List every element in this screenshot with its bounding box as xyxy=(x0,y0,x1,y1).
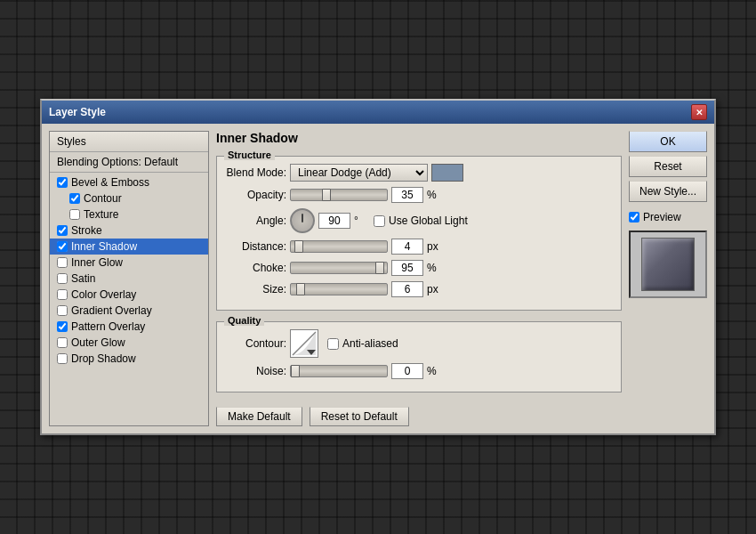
preview-checkbox[interactable] xyxy=(629,212,639,222)
inner-shadow-label: Inner Shadow xyxy=(71,240,137,253)
close-button[interactable]: ✕ xyxy=(691,104,707,120)
anti-alias-label[interactable]: Anti-aliased xyxy=(327,337,398,350)
contour-row: Contour: Anti-aliased xyxy=(224,329,614,358)
opacity-unit: % xyxy=(427,189,443,201)
anti-alias-text: Anti-aliased xyxy=(342,337,398,350)
styles-label: Styles xyxy=(57,135,86,148)
choke-label: Choke: xyxy=(224,262,286,274)
new-style-button[interactable]: New Style... xyxy=(629,181,707,202)
blend-mode-row: Blend Mode: Linear Dodge (Add) xyxy=(224,164,614,182)
stroke-label: Stroke xyxy=(71,224,102,237)
blending-options[interactable]: Blending Options: Default xyxy=(50,152,208,173)
reset-to-default-button[interactable]: Reset to Default xyxy=(310,407,409,426)
sidebar-item-contour[interactable]: Contour xyxy=(50,190,208,206)
bevel-label: Bevel & Emboss xyxy=(71,176,149,189)
noise-label: Noise: xyxy=(224,365,286,377)
sidebar-item-texture[interactable]: Texture xyxy=(50,206,208,222)
gradient-overlay-checkbox[interactable] xyxy=(57,305,68,316)
inner-glow-checkbox[interactable] xyxy=(57,257,68,268)
choke-input[interactable] xyxy=(391,260,423,276)
stroke-checkbox[interactable] xyxy=(57,225,68,236)
size-unit: px xyxy=(427,283,443,295)
opacity-input[interactable] xyxy=(391,187,423,203)
noise-input[interactable] xyxy=(391,363,423,379)
sidebar-item-stroke[interactable]: Stroke xyxy=(50,222,208,239)
distance-unit: px xyxy=(427,240,443,253)
title-bar: Layer Style ✕ xyxy=(42,101,714,124)
angle-dial[interactable] xyxy=(290,208,315,233)
contour-preview[interactable] xyxy=(290,329,318,358)
size-label: Size: xyxy=(224,283,286,295)
pattern-overlay-label: Pattern Overlay xyxy=(71,320,145,333)
noise-slider[interactable] xyxy=(290,365,388,377)
distance-slider[interactable] xyxy=(290,240,388,253)
ok-button[interactable]: OK xyxy=(629,131,707,152)
section-title: Inner Shadow xyxy=(216,131,622,145)
contour-label: Contour: xyxy=(224,337,286,350)
outer-glow-label: Outer Glow xyxy=(71,336,125,349)
texture-checkbox[interactable] xyxy=(69,209,80,220)
satin-checkbox[interactable] xyxy=(57,273,68,284)
blend-mode-select[interactable]: Linear Dodge (Add) xyxy=(290,164,428,182)
layer-style-dialog: Layer Style ✕ Styles Blending Options: D… xyxy=(40,99,716,435)
reset-button[interactable]: Reset xyxy=(629,156,707,177)
anti-alias-checkbox[interactable] xyxy=(327,338,339,350)
sidebar-item-outer-glow[interactable]: Outer Glow xyxy=(50,335,208,351)
sidebar-item-gradient-overlay[interactable]: Gradient Overlay xyxy=(50,303,208,319)
choke-unit: % xyxy=(427,262,443,274)
opacity-row: Opacity: % xyxy=(224,187,614,203)
global-light-checkbox[interactable] xyxy=(374,215,385,227)
preview-text: Preview xyxy=(643,211,681,223)
quality-title: Quality xyxy=(224,315,264,326)
sidebar-item-pattern-overlay[interactable]: Pattern Overlay xyxy=(50,319,208,335)
satin-label: Satin xyxy=(71,272,95,285)
left-panel: Styles Blending Options: Default Bevel &… xyxy=(49,131,209,426)
layer-list: Bevel & Emboss Contour Texture Stroke In… xyxy=(50,173,208,368)
sidebar-item-inner-shadow[interactable]: Inner Shadow xyxy=(50,239,208,255)
main-panel: Inner Shadow Structure Blend Mode: Linea… xyxy=(216,131,622,426)
size-slider[interactable] xyxy=(290,283,388,295)
blend-color-swatch[interactable] xyxy=(431,164,463,182)
dialog-body: Styles Blending Options: Default Bevel &… xyxy=(42,124,714,433)
global-light-text: Use Global Light xyxy=(389,214,468,227)
global-light-label[interactable]: Use Global Light xyxy=(374,214,468,227)
choke-slider[interactable] xyxy=(290,262,388,274)
pattern-overlay-checkbox[interactable] xyxy=(57,321,68,332)
outer-glow-checkbox[interactable] xyxy=(57,337,68,348)
angle-label: Angle: xyxy=(224,214,286,227)
contour-label: Contour xyxy=(84,192,122,205)
preview-inner xyxy=(641,238,695,291)
quality-group: Quality Contour: Anti-aliased xyxy=(216,321,622,392)
sidebar-item-drop-shadow[interactable]: Drop Shadow xyxy=(50,351,208,367)
choke-row: Choke: % xyxy=(224,260,614,276)
gradient-overlay-label: Gradient Overlay xyxy=(71,304,152,317)
blend-mode-label: Blend Mode: xyxy=(224,166,286,179)
drop-shadow-checkbox[interactable] xyxy=(57,353,68,364)
opacity-slider[interactable] xyxy=(290,189,388,201)
inner-glow-label: Inner Glow xyxy=(71,256,123,269)
opacity-label: Opacity: xyxy=(224,189,286,201)
bottom-buttons: Make Default Reset to Default xyxy=(216,407,622,426)
structure-title: Structure xyxy=(224,150,275,160)
noise-unit: % xyxy=(427,365,443,377)
texture-label: Texture xyxy=(84,208,118,221)
distance-label: Distance: xyxy=(224,240,286,253)
distance-row: Distance: px xyxy=(224,239,614,255)
preview-label[interactable]: Preview xyxy=(629,211,707,223)
sidebar-item-inner-glow[interactable]: Inner Glow xyxy=(50,255,208,271)
preview-box xyxy=(629,231,707,298)
size-input[interactable] xyxy=(391,281,423,297)
color-overlay-checkbox[interactable] xyxy=(57,289,68,300)
angle-unit: ° xyxy=(354,214,370,227)
sidebar-item-color-overlay[interactable]: Color Overlay xyxy=(50,287,208,303)
distance-input[interactable] xyxy=(391,239,423,255)
contour-checkbox[interactable] xyxy=(69,193,80,204)
make-default-button[interactable]: Make Default xyxy=(216,407,302,426)
angle-input[interactable] xyxy=(318,213,350,229)
inner-shadow-checkbox[interactable] xyxy=(57,241,68,252)
bevel-checkbox[interactable] xyxy=(57,177,68,188)
sidebar-item-bevel[interactable]: Bevel & Emboss xyxy=(50,174,208,190)
styles-header[interactable]: Styles xyxy=(50,132,208,152)
sidebar-item-satin[interactable]: Satin xyxy=(50,271,208,287)
dialog-title: Layer Style xyxy=(49,106,106,118)
